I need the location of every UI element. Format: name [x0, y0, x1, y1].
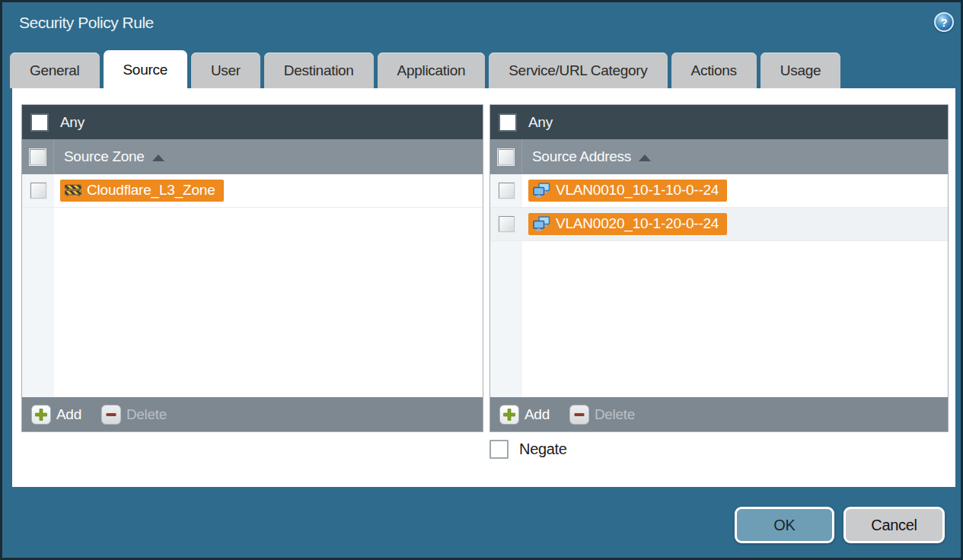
cancel-button[interactable]: Cancel — [843, 507, 945, 543]
source-zone-delete-button[interactable]: Delete — [101, 405, 167, 425]
delete-minus-icon — [101, 405, 121, 425]
help-icon[interactable]: ? — [934, 12, 954, 32]
network-computers-icon — [533, 183, 550, 199]
address-entry-tag[interactable]: VLAN0020_10-1-20-0--24 — [528, 213, 727, 235]
source-address-select-all-cell — [490, 139, 522, 174]
tab-application[interactable]: Application — [378, 52, 486, 88]
row-checkbox[interactable] — [30, 183, 46, 199]
network-computers-icon — [533, 216, 550, 232]
security-policy-rule-dialog: Security Policy Rule ? General Source Us… — [0, 0, 963, 560]
row-checkbox-cell — [490, 216, 522, 232]
source-address-delete-button[interactable]: Delete — [569, 405, 635, 425]
source-zone-select-all-cell — [22, 139, 54, 174]
row-checkbox-cell — [490, 183, 522, 199]
tab-usage[interactable]: Usage — [761, 52, 840, 88]
row-checkbox[interactable] — [499, 216, 515, 232]
tab-actions[interactable]: Actions — [671, 52, 757, 88]
dialog-title: Security Policy Rule — [19, 14, 154, 32]
address-entry-tag[interactable]: VLAN0010_10-1-10-0--24 — [528, 180, 727, 202]
tab-content-area: Any Source Zone — [12, 88, 955, 487]
add-plus-icon — [499, 405, 519, 425]
tab-user[interactable]: User — [191, 52, 260, 88]
sort-ascending-icon — [152, 154, 164, 161]
source-zone-any-label: Any — [60, 114, 85, 131]
delete-button-label: Delete — [595, 406, 635, 423]
table-row: VLAN0020_10-1-20-0--24 — [490, 208, 948, 241]
tab-bar: General Source User Destination Applicat… — [10, 50, 840, 92]
source-zone-list: Cloudflare_L3_Zone — [22, 174, 483, 397]
negate-control: Negate — [489, 440, 567, 459]
source-address-any-checkbox[interactable] — [499, 113, 517, 132]
table-row: Cloudflare_L3_Zone — [22, 174, 483, 208]
source-address-any-label: Any — [528, 114, 553, 131]
source-zone-panel: Any Source Zone — [21, 104, 483, 432]
ok-button[interactable]: OK — [735, 507, 834, 543]
source-address-column-header[interactable]: Source Address — [490, 139, 948, 174]
sort-ascending-icon — [639, 154, 651, 161]
source-address-column-label: Source Address — [532, 148, 631, 165]
tab-destination[interactable]: Destination — [264, 52, 374, 88]
source-address-add-button[interactable]: Add — [499, 405, 550, 425]
source-zone-any-checkbox[interactable] — [30, 113, 49, 132]
zone-entry-label: Cloudflare_L3_Zone — [87, 182, 215, 199]
row-checkbox[interactable] — [499, 183, 515, 199]
tab-source[interactable]: Source — [104, 50, 187, 92]
source-zone-select-all-checkbox[interactable] — [30, 149, 46, 165]
source-zone-footer: Add Delete — [22, 397, 483, 431]
address-entry-label: VLAN0020_10-1-20-0--24 — [556, 215, 719, 232]
row-checkbox-cell — [22, 183, 54, 199]
add-button-label: Add — [525, 406, 550, 423]
address-entry-label: VLAN0010_10-1-10-0--24 — [556, 182, 719, 199]
table-row: VLAN0010_10-1-10-0--24 — [490, 174, 948, 208]
tab-general[interactable]: General — [10, 52, 100, 88]
source-zone-add-button[interactable]: Add — [31, 405, 81, 425]
source-zone-column-label: Source Zone — [64, 148, 145, 165]
delete-minus-icon — [569, 405, 589, 425]
source-address-list: VLAN0010_10-1-10-0--24 — [490, 174, 948, 397]
source-zone-any-header: Any — [22, 105, 483, 139]
delete-button-label: Delete — [126, 406, 167, 423]
negate-label: Negate — [519, 441, 567, 458]
zone-barrier-icon — [65, 183, 81, 197]
negate-checkbox[interactable] — [489, 440, 509, 459]
source-address-footer: Add Delete — [490, 397, 948, 431]
source-zone-column-header[interactable]: Source Zone — [22, 139, 483, 174]
tab-service-url-category[interactable]: Service/URL Category — [489, 52, 667, 88]
add-button-label: Add — [56, 406, 81, 423]
add-plus-icon — [31, 405, 51, 425]
zone-entry-tag[interactable]: Cloudflare_L3_Zone — [60, 180, 224, 202]
source-address-panel: Any Source Address — [489, 104, 949, 432]
source-address-select-all-checkbox[interactable] — [498, 149, 514, 165]
source-address-any-header: Any — [490, 105, 948, 139]
